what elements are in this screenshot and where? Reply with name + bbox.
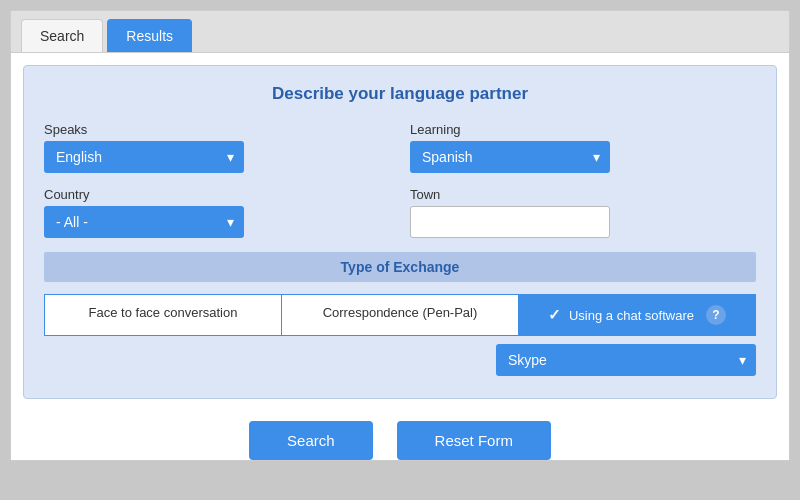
- search-button[interactable]: Search: [249, 421, 373, 460]
- exchange-chat-software[interactable]: ✓ Using a chat software ?: [519, 294, 756, 336]
- exchange-correspondence[interactable]: Correspondence (Pen-Pal): [282, 294, 519, 336]
- town-input[interactable]: [410, 206, 610, 238]
- tabs-bar: Search Results: [11, 11, 789, 53]
- learning-select-wrapper: Spanish: [410, 141, 610, 173]
- learning-group: Learning Spanish: [410, 122, 756, 173]
- speaks-learning-row: Speaks English Learning Spanish: [44, 122, 756, 173]
- speaks-select[interactable]: English: [44, 141, 244, 173]
- skype-select-wrapper: Skype: [496, 344, 756, 376]
- form-title: Describe your language partner: [44, 84, 756, 104]
- country-select[interactable]: - All -: [44, 206, 244, 238]
- exchange-face-to-face[interactable]: Face to face conversation: [44, 294, 282, 336]
- tab-search[interactable]: Search: [21, 19, 103, 52]
- outer-container: Search Results Describe your language pa…: [0, 0, 800, 500]
- learning-label: Learning: [410, 122, 756, 137]
- checkmark-icon: ✓: [548, 306, 561, 324]
- speaks-group: Speaks English: [44, 122, 390, 173]
- town-label: Town: [410, 187, 756, 202]
- skype-select[interactable]: Skype: [496, 344, 756, 376]
- skype-row: Skype: [44, 344, 756, 376]
- country-select-wrapper: - All -: [44, 206, 244, 238]
- chat-software-label: Using a chat software: [569, 308, 694, 323]
- exchange-options-row: Face to face conversation Correspondence…: [44, 294, 756, 336]
- speaks-select-wrapper: English: [44, 141, 244, 173]
- reset-button[interactable]: Reset Form: [397, 421, 551, 460]
- learning-select[interactable]: Spanish: [410, 141, 610, 173]
- form-area: Describe your language partner Speaks En…: [23, 65, 777, 399]
- tab-results[interactable]: Results: [107, 19, 192, 52]
- main-panel: Search Results Describe your language pa…: [10, 10, 790, 461]
- town-group: Town: [410, 187, 756, 238]
- exchange-section-title: Type of Exchange: [44, 252, 756, 282]
- action-row: Search Reset Form: [11, 421, 789, 460]
- country-group: Country - All -: [44, 187, 390, 238]
- country-label: Country: [44, 187, 390, 202]
- country-town-row: Country - All - Town: [44, 187, 756, 238]
- speaks-label: Speaks: [44, 122, 390, 137]
- help-icon[interactable]: ?: [706, 305, 726, 325]
